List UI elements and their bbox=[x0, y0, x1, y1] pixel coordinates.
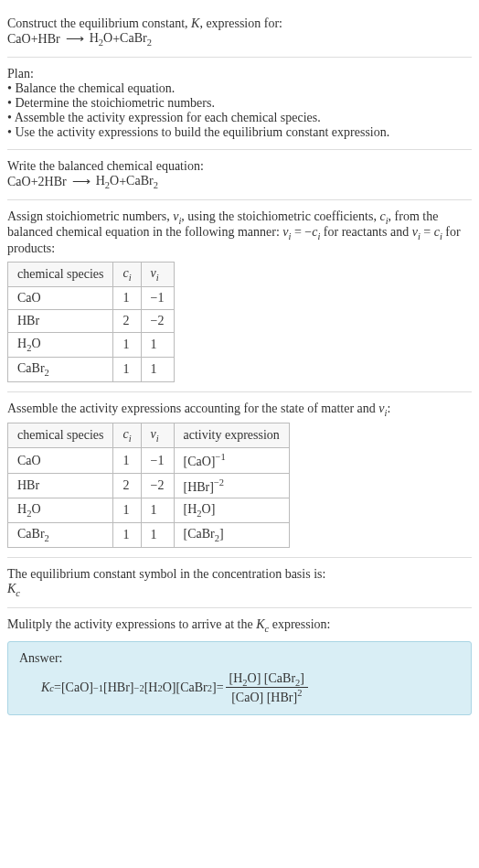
cell-c: 1 bbox=[113, 523, 141, 548]
answer-equation: Kc = [CaO]−1 [HBr]−2 [H2O] [CaBr2] = [H2… bbox=[19, 671, 460, 705]
table-row: H2O 1 1 bbox=[8, 332, 175, 357]
numerator: [H2O] [CaBr2] bbox=[226, 671, 308, 689]
cell-nu: −2 bbox=[141, 473, 174, 498]
species: H2O bbox=[96, 174, 120, 190]
fraction: [H2O] [CaBr2] [CaO] [HBr]2 bbox=[226, 671, 308, 705]
text: [H bbox=[184, 502, 197, 516]
table-row: CaBr2 1 1 [CaBr2] bbox=[8, 523, 290, 548]
cell-nu: 1 bbox=[141, 332, 174, 357]
text: = bbox=[420, 225, 434, 239]
plan-item: • Use the activity expressions to build … bbox=[7, 125, 472, 140]
arrow-icon: ⟶ bbox=[60, 31, 90, 47]
cell-nu: −1 bbox=[141, 448, 174, 474]
text: [H bbox=[229, 671, 243, 685]
plus: + bbox=[112, 32, 120, 47]
text: expression: bbox=[269, 617, 330, 631]
ksymbol-section: The equilibrium constant symbol in the c… bbox=[7, 558, 472, 608]
cell-species: CaO bbox=[8, 286, 113, 309]
col-ci: ci bbox=[113, 423, 141, 448]
text: [CaBr bbox=[184, 527, 215, 541]
plan-item: • Determine the stoichiometric numbers. bbox=[7, 96, 472, 111]
text: CaO bbox=[17, 454, 41, 467]
text: HBr bbox=[17, 314, 39, 327]
text: O bbox=[110, 174, 119, 188]
cell-nu: 1 bbox=[141, 523, 174, 548]
species: CaBr2 bbox=[120, 31, 152, 48]
cell-c: 1 bbox=[113, 286, 141, 309]
balanced-equation: CaO + 2 HBr ⟶ H2O + CaBr2 bbox=[7, 174, 472, 190]
cell-nu: −2 bbox=[141, 309, 174, 332]
text: CaO bbox=[17, 291, 41, 305]
superscript: −2 bbox=[134, 683, 144, 693]
plan-item: • Assemble the activity expression for e… bbox=[7, 111, 472, 125]
denominator: [CaO] [HBr]2 bbox=[226, 688, 308, 705]
text: H bbox=[90, 31, 99, 45]
text: H bbox=[17, 502, 27, 516]
subscript: 2 bbox=[147, 38, 152, 48]
subscript: i bbox=[156, 434, 159, 444]
text: O bbox=[31, 502, 40, 516]
text: = − bbox=[291, 225, 312, 239]
table-header-row: chemical species ci νi bbox=[8, 263, 175, 287]
cell-activity: [CaBr2] bbox=[174, 523, 289, 548]
plan-title: Plan: bbox=[7, 67, 472, 81]
cell-c: 1 bbox=[113, 357, 141, 381]
answer-label: Answer: bbox=[19, 651, 460, 666]
plus: + bbox=[31, 32, 38, 47]
cell-species: H2O bbox=[8, 498, 113, 523]
variable-K: K bbox=[191, 16, 199, 30]
text: CaBr bbox=[120, 31, 147, 45]
text: [CaO] bbox=[184, 455, 216, 468]
subscript: i bbox=[129, 273, 132, 283]
term: [CaO] bbox=[61, 680, 93, 695]
answer-box: Answer: Kc = [CaO]−1 [HBr]−2 [H2O] [CaBr… bbox=[7, 641, 472, 715]
species: CaO bbox=[7, 32, 31, 47]
col-species: chemical species bbox=[8, 423, 113, 448]
coefficient: 2 bbox=[38, 175, 45, 189]
variable-K: K bbox=[41, 680, 49, 695]
balanced-section: Write the balanced chemical equation: Ca… bbox=[7, 150, 472, 200]
table-row: HBr 2 −2 bbox=[8, 309, 175, 332]
col-nui: νi bbox=[141, 423, 174, 448]
text: : bbox=[387, 402, 390, 415]
question-line: Construct the equilibrium constant, K, e… bbox=[7, 16, 472, 31]
text: Assign stoichiometric numbers, bbox=[7, 209, 173, 223]
stoich-table: chemical species ci νi CaO 1 −1 HBr 2 −2… bbox=[7, 262, 175, 381]
cell-nu: 1 bbox=[141, 498, 174, 523]
text: O] bbox=[202, 502, 216, 516]
equals: = bbox=[217, 680, 224, 695]
cell-species: HBr bbox=[8, 473, 113, 498]
table-row: HBr 2 −2 [HBr]−2 bbox=[8, 473, 290, 498]
cell-species: CaBr2 bbox=[8, 523, 113, 548]
text: ] bbox=[300, 671, 304, 685]
cell-species: H2O bbox=[8, 332, 113, 357]
text: O] [CaBr bbox=[248, 671, 296, 685]
variable-K: K bbox=[256, 617, 264, 631]
text: O bbox=[31, 337, 40, 350]
text: Assemble the activity expressions accoun… bbox=[7, 402, 378, 415]
text: HBr bbox=[17, 478, 39, 492]
table-row: CaO 1 −1 bbox=[8, 286, 175, 309]
subscript: i bbox=[129, 434, 132, 444]
text: for reactants and bbox=[320, 225, 411, 239]
subscript: c bbox=[16, 588, 20, 598]
cell-species: HBr bbox=[8, 309, 113, 332]
stoich-text: Assign stoichiometric numbers, νi, using… bbox=[7, 209, 472, 257]
final-text: Mulitply the activity expressions to arr… bbox=[7, 617, 472, 634]
equals: = bbox=[54, 680, 61, 695]
text: , using the stoichiometric coefficients, bbox=[181, 209, 379, 223]
species: CaO bbox=[7, 175, 31, 189]
cell-species: CaO bbox=[8, 448, 113, 474]
species: HBr bbox=[45, 175, 67, 189]
text: Construct the equilibrium constant, bbox=[7, 16, 191, 30]
cell-c: 1 bbox=[113, 498, 141, 523]
term: [H bbox=[144, 680, 158, 695]
cell-c: 2 bbox=[113, 309, 141, 332]
activity-text: Assemble the activity expressions accoun… bbox=[7, 402, 472, 418]
text: [CaO] [HBr] bbox=[231, 691, 297, 704]
cell-nu: 1 bbox=[141, 357, 174, 381]
plan-item: • Balance the chemical equation. bbox=[7, 81, 472, 96]
superscript: 2 bbox=[297, 688, 302, 698]
term: [HBr] bbox=[103, 680, 133, 695]
text: CaBr bbox=[17, 361, 45, 375]
